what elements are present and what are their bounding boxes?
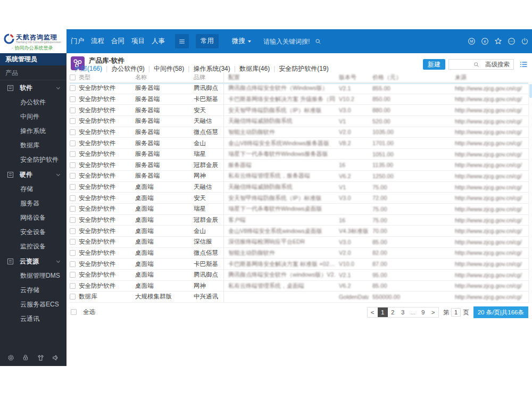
sidebar-item[interactable]: 安全设备 xyxy=(0,225,66,239)
table-row[interactable]: 安全防护软件桌面端金山金山V8终端安全系统windows桌面版V4.3标准版70… xyxy=(70,226,528,237)
row-checkbox[interactable] xyxy=(70,283,76,289)
global-search-input[interactable] xyxy=(263,38,314,45)
star-icon[interactable] xyxy=(494,37,502,45)
row-checkbox[interactable] xyxy=(70,294,76,300)
oa-login-link[interactable]: · 协同办公系统登录 xyxy=(12,45,53,52)
table-row[interactable]: 安全防护软件桌面端瑞星瑞星下一代杀毒软件Windows桌面版75.00http:… xyxy=(70,204,528,215)
apps-menu-button[interactable] xyxy=(175,34,189,48)
sidebar-item[interactable]: 监控设备 xyxy=(0,239,66,254)
row-checkbox[interactable] xyxy=(70,85,76,91)
row-checkbox[interactable] xyxy=(70,129,76,135)
table-row[interactable]: 安全防护软件桌面端腾讯御点腾讯御点终端安全软件（windows版）V2.1V2.… xyxy=(70,270,528,281)
sidebar-item[interactable]: 办公软件 xyxy=(0,95,66,110)
row-checkbox[interactable] xyxy=(70,239,76,245)
power-icon[interactable] xyxy=(521,37,529,45)
prev-page-button[interactable]: < xyxy=(368,307,378,317)
page-button[interactable]: 1 xyxy=(378,307,388,317)
quick-menu-button[interactable]: 常用 xyxy=(196,34,219,48)
sidebar-group-header[interactable]: 硬件 xyxy=(0,167,66,182)
row-checkbox[interactable] xyxy=(70,206,76,212)
list-view-icon[interactable] xyxy=(519,60,528,69)
scrollbar-thumb[interactable] xyxy=(529,84,532,98)
row-checkbox[interactable] xyxy=(70,228,76,234)
row-checkbox[interactable] xyxy=(70,195,76,201)
select-all-checkbox[interactable] xyxy=(71,309,77,315)
table-row[interactable]: 安全防护软件服务器端瑞星瑞星下一代杀毒软件Windows服务器版1051.00h… xyxy=(70,149,528,160)
m-badge-icon[interactable]: M xyxy=(468,37,476,45)
table-row[interactable]: 安全防护软件服务器端天融信天融信终端威胁防御系统V1520.00http://w… xyxy=(70,116,528,127)
sidebar-item[interactable]: 云服务器ECS xyxy=(0,297,66,312)
row-checkbox[interactable] xyxy=(70,118,76,124)
row-checkbox[interactable] xyxy=(70,140,76,146)
e-badge-icon[interactable]: e xyxy=(481,37,489,45)
table-row[interactable]: 安全防护软件服务器端网神私有云终端管理系统，服务器端V6.21250.00htt… xyxy=(70,171,528,182)
row-checkbox[interactable] xyxy=(70,96,76,102)
table-row[interactable]: 安全防护软件服务器端冠群金辰服务器端161135.00http://www.zj… xyxy=(70,160,528,171)
table-row[interactable]: 数据库大规模集群版中兴通讯GoldenData s…550000.00http:… xyxy=(70,292,528,303)
nav-item[interactable]: 合同 xyxy=(111,37,124,46)
sidebar-item[interactable]: 数据管理DMS xyxy=(0,269,66,283)
nav-item[interactable]: 门户 xyxy=(71,37,84,46)
nav-item[interactable]: 流程 xyxy=(91,37,104,46)
tab-category[interactable]: 办公软件(9) xyxy=(111,64,145,73)
nav-item[interactable]: 项目 xyxy=(131,37,145,46)
wesearch-dropdown[interactable]: 微搜 xyxy=(232,37,251,46)
table-row[interactable]: 安全防护软件桌面端网神私有云终端管理系统，桌面端V6.285.00http://… xyxy=(70,281,528,292)
table-scrollbar[interactable] xyxy=(528,84,532,303)
table-row[interactable]: 安全防护软件桌面端深信服深信服终端检测响应平台EDRV3.085.00http:… xyxy=(70,237,528,248)
lock-icon[interactable] xyxy=(22,354,29,361)
next-page-button[interactable]: > xyxy=(428,307,438,317)
new-button[interactable]: 新建 xyxy=(423,59,445,70)
row-checkbox[interactable] xyxy=(70,272,76,278)
search-icon[interactable] xyxy=(473,61,480,68)
page-jump-input[interactable] xyxy=(451,308,461,317)
tab-category[interactable]: 安全防护软件(19) xyxy=(279,64,328,73)
tab-category[interactable]: 中间件(58) xyxy=(154,64,184,73)
row-checkbox[interactable] xyxy=(70,162,76,168)
sidebar-group-header[interactable]: 软件 xyxy=(0,80,66,95)
table-row[interactable]: 安全防护软件桌面端微点佰慧智能主动防御软件V2.082.00http://www… xyxy=(70,248,528,259)
table-row[interactable]: 安全防护软件服务器端腾讯御点腾讯御点终端安全软件（Windows版）V2.185… xyxy=(70,83,528,94)
row-checkbox[interactable] xyxy=(70,151,76,157)
row-checkbox[interactable] xyxy=(70,173,76,179)
sidebar-item[interactable]: 数据库 xyxy=(0,138,66,153)
table-row[interactable]: 安全防护软件服务器端卡巴斯基卡巴斯基网络安全解决方案 升级服务（同…V10.28… xyxy=(70,94,528,105)
shirt-icon[interactable] xyxy=(37,354,45,362)
table-row[interactable]: 安全防护软件桌面端安天安天智甲终端防御系统（IP）标准版V3.072.00htt… xyxy=(70,193,528,204)
sidebar-item[interactable]: 安全防护软件 xyxy=(0,153,66,167)
row-checkbox[interactable] xyxy=(70,250,76,256)
table-row[interactable]: 安全防护软件桌面端冠群金辰客户端1675.00http://www.zjcg.g… xyxy=(70,215,528,226)
page-size-button[interactable]: 20 条/页|共166条 xyxy=(473,306,528,318)
sidebar-item[interactable]: 中间件 xyxy=(0,110,66,124)
sidebar-item[interactable]: 操作系统 xyxy=(0,124,66,138)
table-row[interactable]: 安全防护软件桌面端卡巴斯基卡巴斯基网络安全解决方案 标准版 +02…V10.08… xyxy=(70,259,528,270)
table-search-input[interactable] xyxy=(449,60,471,69)
row-checkbox[interactable] xyxy=(70,261,76,267)
sidebar-section-product[interactable]: 产品 xyxy=(0,65,66,80)
table-row[interactable]: 安全防护软件桌面端天融信天融信终端威胁防御系统V175.00http://www… xyxy=(70,182,528,193)
search-icon[interactable] xyxy=(314,38,322,45)
sidebar-group-header[interactable]: 云资源 xyxy=(0,254,66,269)
table-row[interactable]: 安全防护软件服务器端金山金山V8终端安全系统Windows服务器版V8.2170… xyxy=(70,138,528,149)
sidebar-item[interactable]: 网络设备 xyxy=(0,211,66,225)
page-button[interactable]: 2 xyxy=(388,307,398,317)
page-button[interactable]: 3 xyxy=(398,307,408,317)
advanced-search-button[interactable]: 高级搜索 xyxy=(481,60,513,69)
sidebar-item[interactable]: 存储 xyxy=(0,182,66,196)
page-button[interactable]: 9 xyxy=(418,307,428,317)
row-checkbox[interactable] xyxy=(70,217,76,223)
tab-category[interactable]: 操作系统(34) xyxy=(193,64,230,73)
more-icon[interactable] xyxy=(508,37,516,45)
sidebar-item[interactable]: 云存储 xyxy=(0,283,66,297)
gear-icon[interactable] xyxy=(7,354,15,362)
header-checkbox[interactable] xyxy=(70,74,76,80)
nav-item[interactable]: 人事 xyxy=(152,37,165,46)
row-checkbox[interactable] xyxy=(70,184,76,190)
table-row[interactable]: 安全防护软件服务器端微点佰慧智能主动防御软件V2.01035.00http://… xyxy=(70,127,528,138)
speaker-icon[interactable] xyxy=(52,354,60,362)
row-checkbox[interactable] xyxy=(70,107,76,113)
sidebar-item[interactable]: 云通讯 xyxy=(0,312,66,326)
tab-category[interactable]: 数据库(46) xyxy=(239,64,270,73)
sidebar-item[interactable]: 服务器 xyxy=(0,196,66,211)
table-row[interactable]: 安全防护软件服务器端安天安天智甲终端防御系统（IP）标准版V3.0880.00h… xyxy=(70,105,528,116)
